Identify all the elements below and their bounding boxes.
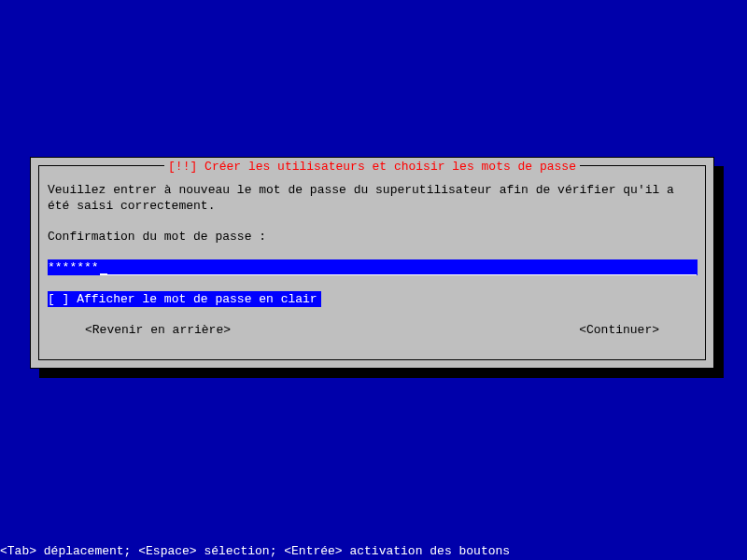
field-underline [107,274,697,275]
instruction-text: Veuillez entrer à nouveau le mot de pass… [48,182,697,214]
show-password-checkbox[interactable]: [ ] Afficher le mot de passe en clair [48,291,321,307]
password-prompt: Confirmation du mot de passe : [48,230,697,244]
dialog-title: [!!] Créer les utilisateurs et choisir l… [164,160,580,174]
dialog: [!!] Créer les utilisateurs et choisir l… [30,157,714,369]
dialog-content: Veuillez entrer à nouveau le mot de pass… [48,182,697,337]
title-marker: [!!] [168,160,197,174]
password-value: ******* [48,259,99,275]
checkbox-state: [ ] [48,292,69,306]
password-input[interactable]: ******* [48,259,698,275]
cursor [100,273,107,275]
title-text: Créer les utilisateurs et choisir les mo… [204,160,576,174]
back-button[interactable]: <Revenir en arrière> [85,323,231,337]
button-row: <Revenir en arrière> <Continuer> [48,323,697,337]
continue-button[interactable]: <Continuer> [579,323,659,337]
checkbox-label: Afficher le mot de passe en clair [77,292,317,306]
dialog-title-wrap: [!!] Créer les utilisateurs et choisir l… [31,160,713,174]
statusbar: <Tab> déplacement; <Espace> sélection; <… [0,544,510,558]
